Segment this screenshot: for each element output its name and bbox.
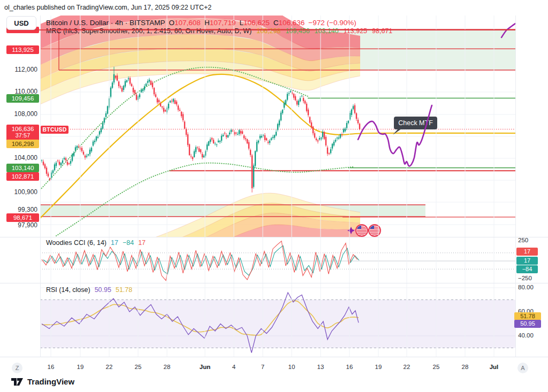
time-tick[interactable]: 19 <box>77 364 84 370</box>
candle-body <box>181 112 182 117</box>
candle-body <box>276 132 277 136</box>
candle-body <box>144 86 145 89</box>
candle-body <box>93 142 94 146</box>
time-tick[interactable]: 22 <box>404 364 410 370</box>
time-tick[interactable]: 22 <box>106 364 113 370</box>
candle-body <box>168 104 169 109</box>
currency-toggle-button[interactable]: USD <box>6 16 36 30</box>
candle-body <box>142 89 143 91</box>
price-label-chip: 103,140 <box>6 164 39 172</box>
cci-pane-header: Woodies CCI (6, 14) 17−8417 <box>46 239 146 247</box>
candle-body <box>282 110 283 113</box>
candle-body <box>173 99 174 102</box>
cci-title[interactable]: Woodies CCI (6, 14) <box>46 239 106 247</box>
candle-body <box>224 133 225 134</box>
candle-body <box>338 137 339 139</box>
candle-body <box>351 110 352 115</box>
candle-body <box>54 164 55 170</box>
us-flag-event-icon[interactable] <box>356 225 368 236</box>
candle-body <box>235 133 237 134</box>
candle-body <box>162 106 163 107</box>
candle-body <box>243 135 245 138</box>
candle-body <box>216 144 217 145</box>
candle-body <box>327 148 328 154</box>
time-tick[interactable]: 10 <box>288 364 295 370</box>
candle-body <box>187 134 188 145</box>
time-tick[interactable]: Jul <box>490 364 499 370</box>
candle-body <box>256 142 257 151</box>
candle-body <box>195 147 196 152</box>
candle-body <box>203 156 204 157</box>
cci-pane[interactable] <box>40 241 515 281</box>
candle-body <box>197 147 198 148</box>
candle-body <box>298 101 299 105</box>
candle-body <box>97 137 98 138</box>
time-tick[interactable]: 19 <box>375 364 382 370</box>
price-label-chip: 106,298 <box>6 140 39 148</box>
time-tick[interactable]: 7 <box>261 364 264 370</box>
candle-body <box>200 149 201 152</box>
time-tick[interactable]: 25 <box>135 364 142 370</box>
candle-body <box>300 98 301 101</box>
candle-body <box>44 164 45 168</box>
price-label-chip: 113,925 <box>6 45 39 54</box>
candle-body <box>62 160 63 163</box>
candle-body <box>223 135 224 136</box>
candle-body <box>99 132 100 135</box>
ohlc-item: L106,625 <box>235 19 269 27</box>
price-axis-label: 99,300 <box>0 206 37 213</box>
candle-body <box>118 81 119 86</box>
time-tick[interactable]: 25 <box>433 364 440 370</box>
candle-body <box>83 152 84 155</box>
time-tick[interactable]: 28 <box>462 364 469 370</box>
candle-body <box>219 141 220 142</box>
candle-body <box>179 110 180 111</box>
us-flag-event-icon[interactable] <box>369 225 380 236</box>
candle-body <box>287 94 288 100</box>
candle-body <box>332 144 333 149</box>
candle-body <box>130 78 131 84</box>
time-tick[interactable]: 16 <box>48 364 55 370</box>
candle-body <box>237 134 238 135</box>
price-label-chip: 109,456 <box>6 94 39 103</box>
time-tick[interactable]: 28 <box>164 364 171 370</box>
symbol-title[interactable]: Bitcoin / U.S. Dollar · 4h · BITSTAMP <box>46 19 165 27</box>
candle-body <box>245 138 246 139</box>
candle-body <box>60 163 62 165</box>
candle-body <box>290 91 291 92</box>
rsi-value: 51.78 <box>116 286 132 294</box>
mrc-title[interactable]: MRC (hlc3, SuperSmoother, 200, 1, 2.415,… <box>46 27 252 35</box>
tradingview-logo-text: TradingView <box>27 377 74 386</box>
price-label-chip: 106,63637:57 <box>6 125 39 141</box>
time-tick[interactable]: 4 <box>232 364 235 370</box>
tradingview-logo[interactable]: TradingView <box>11 377 74 386</box>
candle-body <box>105 113 106 117</box>
candle-body <box>149 80 150 82</box>
candle-body <box>107 106 108 114</box>
candle-body <box>48 174 49 176</box>
candle-body <box>240 131 241 134</box>
chart-canvas[interactable]: Check MTF <box>0 0 548 392</box>
candle-body <box>335 140 336 142</box>
candle-body <box>313 127 314 134</box>
candle-body <box>359 124 360 129</box>
candle-body <box>308 110 309 116</box>
time-tick[interactable]: 16 <box>346 364 353 370</box>
candle-body <box>260 136 261 139</box>
candle-body <box>303 98 304 101</box>
candle-body <box>89 150 90 155</box>
candle-body <box>68 163 70 164</box>
candle-body <box>139 94 140 97</box>
time-tick[interactable]: 13 <box>317 364 324 370</box>
candle-body <box>330 149 331 153</box>
time-tick[interactable]: Jun <box>200 364 210 370</box>
candle-body <box>186 129 187 135</box>
candle-body <box>52 170 54 173</box>
candle-body <box>250 150 251 155</box>
candle-body <box>191 156 192 157</box>
rsi-title[interactable]: RSI (14, close) <box>46 286 90 294</box>
candle-body <box>131 84 132 86</box>
rsi-pane[interactable] <box>40 288 515 353</box>
candle-body <box>176 102 177 104</box>
countdown-label: 37:57 <box>6 132 39 139</box>
